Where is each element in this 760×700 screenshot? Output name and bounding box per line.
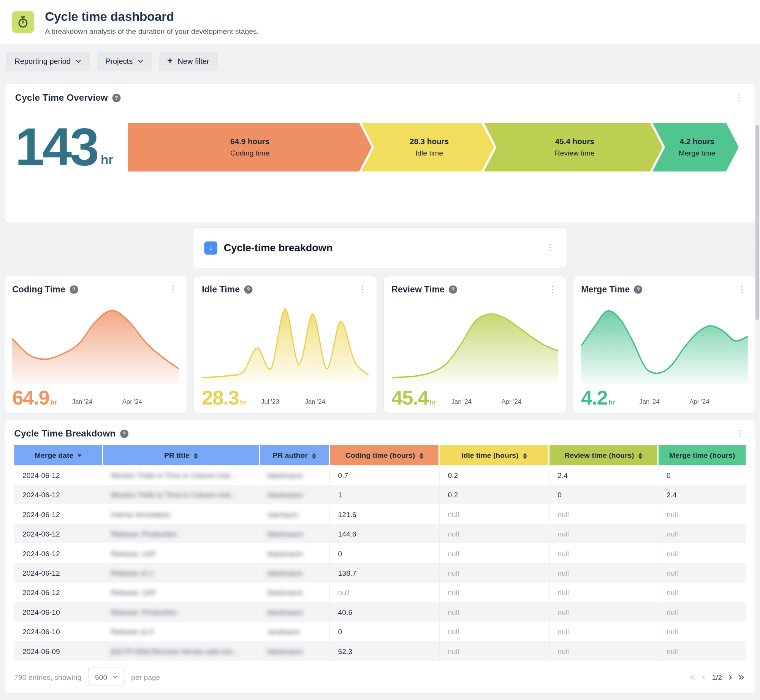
dashboard-content: Cycle Time Overview ? ⋮ 143 hr 64.9 hour… — [0, 83, 760, 694]
cell-merge_date: 2024-06-12 — [14, 524, 103, 543]
first-page-button[interactable]: « — [688, 670, 697, 683]
column-header-idle[interactable]: Idle time (hours) — [439, 445, 549, 465]
sort-icon — [420, 453, 423, 459]
x-axis-label: Jan '24 — [305, 398, 325, 405]
cell-pr_title: Release v2.1 — [103, 563, 259, 583]
x-axis-label: Jan '24 — [639, 398, 659, 405]
sort-icon — [78, 454, 82, 457]
cell-merge: null — [658, 563, 746, 583]
x-axis-label: Jan '24 — [72, 398, 92, 405]
help-icon[interactable]: ? — [449, 285, 457, 294]
kebab-menu-icon[interactable]: ⋮ — [546, 284, 558, 295]
new-filter-button[interactable]: + New filter — [158, 52, 218, 71]
help-icon[interactable]: ? — [120, 429, 128, 438]
idle-time-card: Idle Time ? ⋮ 28.3hr Jul '23 Jan '24 — [193, 276, 377, 413]
cell-merge: null — [658, 543, 746, 563]
projects-dropdown[interactable]: Projects — [97, 52, 152, 71]
cell-review: null — [549, 563, 658, 583]
cell-merge: null — [658, 504, 746, 524]
page-size-select[interactable]: 500 — [88, 668, 125, 686]
entries-count: 790 entries, showing — [14, 673, 81, 681]
total-value: 143 — [15, 125, 97, 169]
cell-pr_title: Interior Annotation — [103, 504, 259, 524]
review-time-chart — [391, 298, 558, 384]
cell-coding: 1 — [329, 485, 439, 504]
idle-time-chart — [202, 298, 369, 384]
kebab-menu-icon[interactable]: ⋮ — [167, 284, 179, 295]
sort-icon — [523, 453, 527, 459]
cell-idle: null — [439, 524, 549, 543]
reporting-period-label: Reporting period — [15, 57, 71, 66]
cell-merge_date: 2024-06-12 — [14, 583, 103, 602]
cell-idle: null — [439, 563, 549, 583]
cell-merge_date: 2024-06-12 — [14, 563, 103, 583]
cell-idle: 0.2 — [439, 465, 549, 485]
funnel-stage-idle-time: 28.3 hoursIdle time — [361, 123, 494, 172]
cell-pr_title: Monitor Trello in Time in Column Indi... — [103, 465, 259, 485]
review-time-card: Review Time ? ⋮ 45.4hr Jan '24 Apr '24 — [383, 276, 566, 413]
coding-time-chart — [12, 298, 179, 384]
help-icon[interactable]: ? — [70, 285, 78, 294]
table-title: Cycle Time Breakdown — [14, 428, 116, 439]
column-header-pr_author[interactable]: PR author — [259, 445, 329, 465]
total-unit: hr — [101, 152, 113, 169]
table-row: 2024-06-09[KEYP-665] Remove Heroku add-o… — [14, 641, 746, 660]
cell-idle: null — [439, 543, 549, 563]
cell-pr_author: blacknaum — [259, 641, 329, 660]
merge-time-chart — [581, 298, 748, 384]
cell-coding: null — [329, 583, 439, 602]
column-header-coding[interactable]: Coding time (hours) — [329, 445, 439, 465]
coding-time-card: Coding Time ? ⋮ 64.9hr Jan '24 Apr '24 — [4, 276, 187, 413]
help-icon[interactable]: ? — [634, 285, 643, 294]
cell-pr_title: Release: Production — [103, 524, 259, 543]
projects-label: Projects — [105, 57, 133, 66]
cell-review: null — [549, 641, 658, 660]
merge-time-title: Merge Time — [581, 284, 630, 294]
help-icon[interactable]: ? — [244, 285, 253, 294]
cell-idle: null — [439, 622, 549, 641]
table-row: 2024-06-12Release: UATblacknaumnullnulln… — [14, 583, 746, 602]
cell-idle: null — [439, 583, 549, 602]
kebab-menu-icon[interactable]: ⋮ — [357, 284, 369, 295]
column-header-merge_date[interactable]: Merge date — [14, 445, 103, 465]
kebab-menu-icon[interactable]: ⋮ — [736, 284, 748, 295]
funnel-stage-merge-time: 4.2 hoursMerge time — [652, 123, 739, 172]
cell-review: null — [549, 602, 658, 621]
cell-coding: 121.6 — [329, 504, 439, 524]
cell-pr_author: blacknaum — [259, 602, 329, 621]
plus-icon: + — [167, 56, 173, 65]
cell-merge: 2.4 — [658, 485, 746, 504]
cell-coding: 52.3 — [329, 641, 439, 660]
table-row: 2024-06-10Release v2.0sorahaum0nullnulln… — [14, 622, 746, 641]
coding-time-value: 64.9hr — [12, 389, 57, 407]
column-header-pr_title[interactable]: PR title — [103, 445, 259, 465]
cell-merge_date: 2024-06-12 — [14, 543, 103, 563]
table-row: 2024-06-12Monitor Trello in Time in Colu… — [14, 485, 746, 504]
scrollbar-thumb[interactable] — [755, 125, 759, 320]
cell-merge_date: 2024-06-10 — [14, 622, 103, 641]
cycle-time-overview-card: Cycle Time Overview ? ⋮ 143 hr 64.9 hour… — [4, 83, 756, 222]
cell-merge_date: 2024-06-09 — [14, 641, 103, 660]
sort-icon — [312, 453, 316, 459]
merge-time-value: 4.2hr — [581, 389, 615, 407]
cell-merge: null — [658, 602, 746, 621]
help-icon[interactable]: ? — [112, 94, 120, 102]
cell-review: null — [549, 543, 658, 563]
cell-pr_title: Monitor Trello in Time in Column Indi... — [103, 485, 259, 504]
reporting-period-dropdown[interactable]: Reporting period — [6, 52, 90, 71]
next-page-button[interactable]: › — [727, 670, 733, 683]
cell-merge_date: 2024-06-12 — [14, 485, 103, 504]
kebab-menu-icon[interactable]: ⋮ — [544, 243, 556, 253]
cell-merge: null — [658, 641, 746, 660]
cell-coding: 0 — [329, 622, 439, 641]
kebab-menu-icon[interactable]: ⋮ — [734, 428, 746, 439]
prev-page-button[interactable]: ‹ — [700, 670, 707, 683]
last-page-button[interactable]: » — [737, 670, 746, 683]
table-row: 2024-06-12Release v2.1blacknaum138.7null… — [14, 563, 746, 583]
column-header-review[interactable]: Review time (hours) — [549, 445, 658, 465]
column-header-merge[interactable]: Merge time (hours) — [658, 445, 746, 465]
kebab-menu-icon[interactable]: ⋮ — [733, 92, 745, 103]
cell-merge: null — [658, 583, 746, 602]
cell-review: null — [549, 504, 658, 524]
funnel-stage-review-time: 45.4 hoursReview time — [484, 123, 663, 172]
